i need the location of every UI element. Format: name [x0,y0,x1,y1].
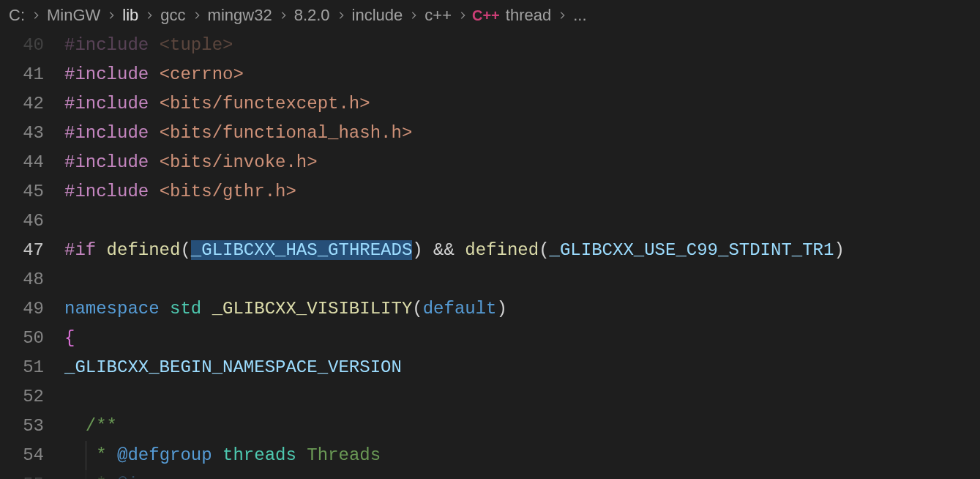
breadcrumb: C: MinGW lib gcc mingw32 8.2.0 include c… [0,0,980,31]
code-content[interactable]: #include <tuple> [64,31,233,60]
breadcrumb-item[interactable]: C: [7,6,26,25]
breadcrumb-symbol[interactable]: ... [572,6,588,25]
line-number: 48 [0,265,64,294]
code-line[interactable]: 49namespace std _GLIBCXX_VISIBILITY(defa… [0,294,980,324]
line-number: 44 [0,148,64,177]
code-line[interactable]: 41#include <cerrno> [0,60,980,89]
chevron-right-icon [31,10,41,21]
line-number: 41 [0,60,64,89]
breadcrumb-file[interactable]: thread [504,6,553,25]
chevron-right-icon [106,10,116,21]
breadcrumb-item[interactable]: lib [121,6,140,25]
code-line[interactable]: 53 /** [0,412,980,441]
code-line[interactable]: 44#include <bits/invoke.h> [0,148,980,177]
code-line[interactable]: 43#include <bits/functional_hash.h> [0,119,980,148]
code-content[interactable]: { [64,324,75,353]
code-content[interactable]: namespace std _GLIBCXX_VISIBILITY(defaul… [64,294,507,324]
code-content[interactable]: #include <bits/gthr.h> [64,177,296,207]
line-number: 49 [0,294,64,324]
code-content[interactable]: _GLIBCXX_BEGIN_NAMESPACE_VERSION [64,353,402,382]
code-content[interactable]: #include <bits/invoke.h> [64,148,318,177]
line-number: 55 [0,470,64,479]
breadcrumb-item[interactable]: c++ [423,6,453,25]
code-line[interactable]: 54 * @defgroup threads Threads [0,441,980,470]
code-line[interactable]: 42#include <bits/functexcept.h> [0,89,980,119]
code-line[interactable]: 46 [0,207,980,236]
code-content[interactable]: #include <bits/functexcept.h> [64,89,370,119]
code-line[interactable]: 51_GLIBCXX_BEGIN_NAMESPACE_VERSION [0,353,980,382]
line-number: 47 [0,236,64,265]
code-content[interactable]: * @defgroup threads Threads [64,441,381,470]
code-line[interactable]: 47#if defined(_GLIBCXX_HAS_GTHREADS) && … [0,236,980,265]
line-number: 42 [0,89,64,119]
line-number: 45 [0,177,64,207]
line-number: 40 [0,31,64,60]
line-number: 54 [0,441,64,470]
code-line[interactable]: 40#include <tuple> [0,31,980,60]
breadcrumb-item[interactable]: gcc [159,6,187,25]
chevron-right-icon [457,10,468,21]
code-line[interactable]: 55 * @ingroup concurrency [0,470,980,479]
code-line[interactable]: 45#include <bits/gthr.h> [0,177,980,207]
code-content[interactable]: #if defined(_GLIBCXX_HAS_GTHREADS) && de… [64,236,845,265]
code-content[interactable]: * @ingroup concurrency [64,470,328,479]
line-number: 51 [0,353,64,382]
code-line[interactable]: 52 [0,382,980,412]
chevron-right-icon [192,10,202,21]
code-line[interactable]: 50{ [0,324,980,353]
chevron-right-icon [408,10,419,21]
code-editor[interactable]: 40#include <tuple>41#include <cerrno>42#… [0,31,980,479]
chevron-right-icon [557,10,567,21]
breadcrumb-item[interactable]: 8.2.0 [293,6,332,25]
line-number: 43 [0,119,64,148]
chevron-right-icon [144,10,154,21]
code-content[interactable]: /** [64,412,117,441]
line-number: 50 [0,324,64,353]
breadcrumb-item[interactable]: MinGW [45,6,102,25]
line-number: 52 [0,382,64,412]
code-content[interactable]: #include <bits/functional_hash.h> [64,119,412,148]
line-number: 46 [0,207,64,236]
code-line[interactable]: 48 [0,265,980,294]
breadcrumb-item[interactable]: mingw32 [206,6,274,25]
line-number: 53 [0,412,64,441]
breadcrumb-item[interactable]: include [351,6,405,25]
chevron-right-icon [336,10,346,21]
code-content[interactable]: #include <cerrno> [64,60,244,89]
cpp-file-icon: C++ [472,7,500,24]
chevron-right-icon [278,10,288,21]
